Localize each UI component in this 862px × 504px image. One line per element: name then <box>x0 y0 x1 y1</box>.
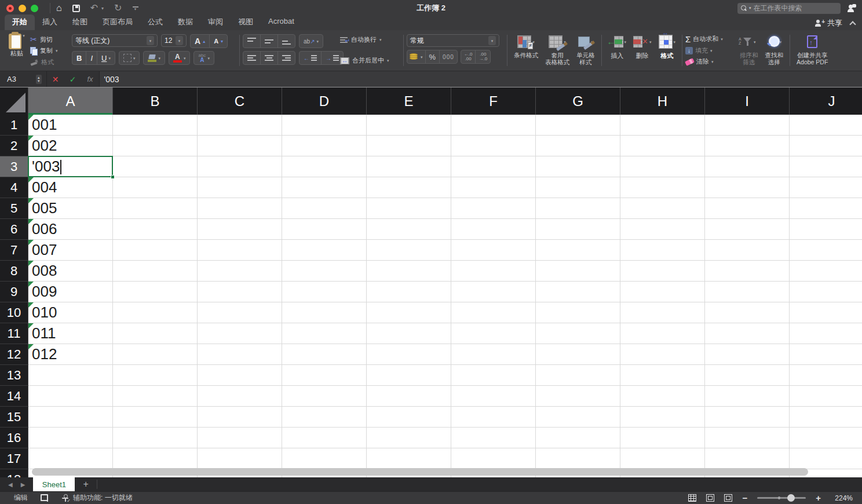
cell-E2[interactable] <box>367 136 451 156</box>
cell-H10[interactable] <box>620 302 705 323</box>
cell-J7[interactable] <box>790 240 862 261</box>
undo-caret-icon[interactable]: ▾ <box>101 6 104 11</box>
cell-A10[interactable]: 010 <box>28 302 113 323</box>
cell-I13[interactable] <box>705 365 790 386</box>
cell-J13[interactable] <box>790 365 862 386</box>
column-header-D[interactable]: D <box>282 87 367 115</box>
cell-H16[interactable] <box>620 428 705 448</box>
cell-B15[interactable] <box>113 407 198 428</box>
column-header-J[interactable]: J <box>790 87 862 115</box>
increase-font-button[interactable]: A▴ <box>191 35 210 48</box>
orientation-button[interactable]: ab↗▾ <box>299 35 323 48</box>
font-size-select[interactable]: 12 ▾ <box>161 34 187 47</box>
wrap-text-button[interactable]: ↵ 自动换行 ▾ <box>340 35 400 44</box>
cell-C5[interactable] <box>198 198 282 219</box>
sort-filter-button[interactable]: A Z▾ 排序和 筛选 <box>736 32 762 70</box>
increase-decimal-button[interactable]: ←.0 .00 <box>461 50 476 63</box>
align-middle-button[interactable] <box>261 35 278 48</box>
clear-button[interactable]: 清除 ▾ <box>685 57 736 66</box>
cell-D3[interactable] <box>282 156 367 177</box>
cell-F15[interactable] <box>451 407 536 428</box>
cell-J5[interactable] <box>790 198 862 219</box>
confirm-entry-button[interactable]: ✓ <box>64 75 82 84</box>
cell-B3[interactable] <box>113 156 198 177</box>
cell-J6[interactable] <box>790 219 862 240</box>
cell-A2[interactable]: 002 <box>28 136 113 156</box>
cell-G10[interactable] <box>536 302 620 323</box>
cell-A9[interactable]: 009 <box>28 282 113 302</box>
cell-C12[interactable] <box>198 344 282 365</box>
cell-H4[interactable] <box>620 177 705 198</box>
number-format-select[interactable]: 常规 ▾ <box>407 34 499 47</box>
cell-I4[interactable] <box>705 177 790 198</box>
cell-J16[interactable] <box>790 428 862 448</box>
cell-G14[interactable] <box>536 386 620 407</box>
cell-G8[interactable] <box>536 261 620 282</box>
cell-A8[interactable]: 008 <box>28 261 113 282</box>
italic-button[interactable]: I <box>86 52 97 64</box>
tab-视图[interactable]: 视图 <box>231 14 261 30</box>
format-as-table-button[interactable]: ▾ 套用 表格格式 <box>542 32 573 70</box>
format-painter-button[interactable]: 格式 <box>30 57 58 67</box>
profile-icon[interactable] <box>848 4 856 12</box>
phonetic-button[interactable]: abcA▾ <box>194 52 213 64</box>
cell-J15[interactable] <box>790 407 862 428</box>
cell-G7[interactable] <box>536 240 620 261</box>
cell-J10[interactable] <box>790 302 862 323</box>
cell-G4[interactable] <box>536 177 620 198</box>
cell-I11[interactable] <box>705 323 790 344</box>
cell-A17[interactable] <box>28 448 113 469</box>
copy-button[interactable]: 复制 ▾ <box>30 46 58 56</box>
cell-E13[interactable] <box>367 365 451 386</box>
decrease-font-button[interactable]: A▾ <box>210 35 227 48</box>
merge-center-button[interactable]: ↔ 合并后居中 ▾ <box>340 56 400 65</box>
cell-I8[interactable] <box>705 261 790 282</box>
row-header-4[interactable]: 4 <box>0 177 28 198</box>
cell-A1[interactable]: 001 <box>28 115 113 136</box>
cell-D9[interactable] <box>282 282 367 302</box>
home-icon[interactable]: ⌂ <box>56 3 62 13</box>
cell-I14[interactable] <box>705 386 790 407</box>
cell-H6[interactable] <box>620 219 705 240</box>
cell-J14[interactable] <box>790 386 862 407</box>
cell-D15[interactable] <box>282 407 367 428</box>
cell-I2[interactable] <box>705 136 790 156</box>
cell-H12[interactable] <box>620 344 705 365</box>
cell-I12[interactable] <box>705 344 790 365</box>
cell-A14[interactable] <box>28 386 113 407</box>
cell-E12[interactable] <box>367 344 451 365</box>
cell-A11[interactable]: 011 <box>28 323 113 344</box>
cell-H9[interactable] <box>620 282 705 302</box>
cell-E9[interactable] <box>367 282 451 302</box>
cell-D17[interactable] <box>282 448 367 469</box>
cell-E5[interactable] <box>367 198 451 219</box>
cell-G17[interactable] <box>536 448 620 469</box>
column-header-F[interactable]: F <box>451 87 536 115</box>
cell-E11[interactable] <box>367 323 451 344</box>
autosum-button[interactable]: Σ 自动求和 ▾ <box>685 35 736 43</box>
borders-button[interactable]: ▾ <box>119 52 140 64</box>
cell-D11[interactable] <box>282 323 367 344</box>
cell-D16[interactable] <box>282 428 367 448</box>
decrease-decimal-button[interactable]: .00 →.0 <box>476 50 490 63</box>
row-header-13[interactable]: 13 <box>0 365 28 386</box>
redo-icon[interactable]: ↻ <box>114 3 122 13</box>
cell-D1[interactable] <box>282 115 367 136</box>
cell-C11[interactable] <box>198 323 282 344</box>
cell-E17[interactable] <box>367 448 451 469</box>
cell-A5[interactable]: 005 <box>28 198 113 219</box>
cell-D7[interactable] <box>282 240 367 261</box>
cell-E10[interactable] <box>367 302 451 323</box>
zoom-window-button[interactable] <box>31 5 38 12</box>
cell-I10[interactable] <box>705 302 790 323</box>
zoom-out-button[interactable]: − <box>742 493 747 503</box>
delete-cells-button[interactable]: ✕▾ 删除 <box>630 32 655 70</box>
cell-E15[interactable] <box>367 407 451 428</box>
tab-开始[interactable]: 开始 <box>5 14 35 30</box>
cell-E6[interactable] <box>367 219 451 240</box>
cell-J3[interactable] <box>790 156 862 177</box>
cell-B6[interactable] <box>113 219 198 240</box>
normal-view-icon[interactable] <box>688 494 696 502</box>
cell-J17[interactable] <box>790 448 862 469</box>
page-layout-view-icon[interactable] <box>706 494 714 502</box>
